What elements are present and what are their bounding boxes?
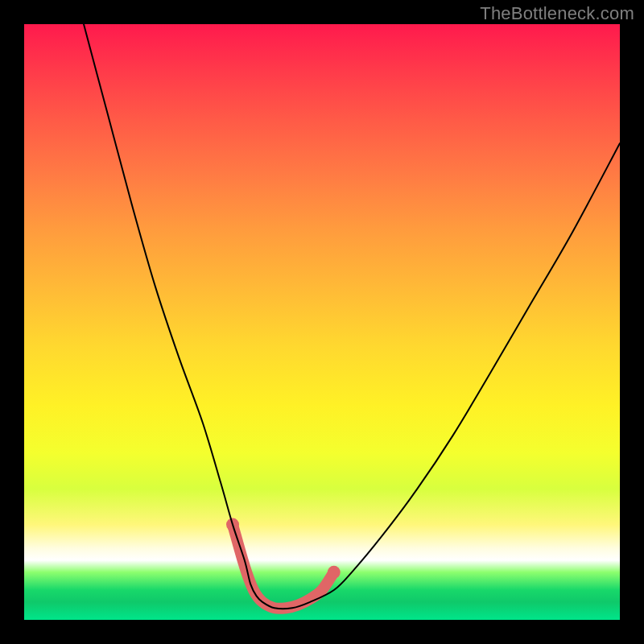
chart-plot-area bbox=[24, 24, 620, 620]
chart-frame: TheBottleneck.com bbox=[0, 0, 644, 644]
bottleneck-curve bbox=[84, 24, 620, 609]
svg-point-1 bbox=[328, 566, 341, 579]
chart-svg bbox=[24, 24, 620, 620]
highlight-band bbox=[226, 518, 341, 609]
watermark-text: TheBottleneck.com bbox=[480, 3, 634, 24]
